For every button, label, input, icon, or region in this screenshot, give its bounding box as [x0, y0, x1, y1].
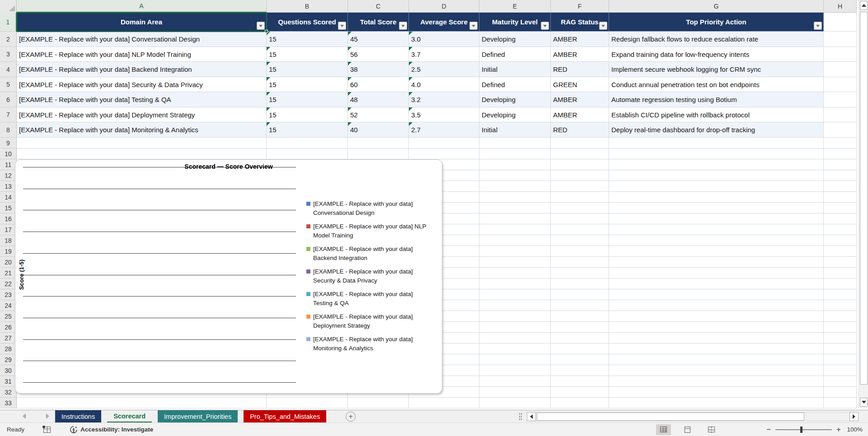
filter-dropdown-button[interactable]: [814, 22, 822, 30]
cell-A33[interactable]: [17, 398, 267, 408]
scroll-left-button[interactable]: [527, 412, 536, 421]
cell-H27[interactable]: [824, 333, 857, 343]
column-header-D[interactable]: D: [409, 0, 479, 13]
macro-record-icon[interactable]: [43, 427, 51, 433]
cell-F21[interactable]: [551, 268, 609, 278]
tab-scroll-left-button[interactable]: [21, 413, 27, 422]
cell-F9[interactable]: [551, 138, 609, 148]
row-header-13[interactable]: 13: [0, 181, 17, 192]
cell-F27[interactable]: [551, 333, 609, 343]
cell-D4[interactable]: 2.5: [409, 62, 479, 77]
row-header-6[interactable]: 6: [0, 92, 17, 107]
cell-H24[interactable]: [824, 300, 857, 311]
cell-H29[interactable]: [824, 354, 857, 365]
cell-D9[interactable]: [409, 138, 479, 148]
cell-F14[interactable]: [551, 192, 609, 203]
cell-E2[interactable]: Developing: [479, 32, 551, 47]
cell-A8[interactable]: [EXAMPLE - Replace with your data] Monit…: [17, 122, 267, 138]
cell-H31[interactable]: [824, 376, 857, 387]
new-sheet-button[interactable]: +: [346, 412, 356, 422]
cell-G29[interactable]: [609, 354, 824, 365]
cell-E17[interactable]: [479, 224, 551, 235]
cell-H22[interactable]: [824, 278, 857, 289]
cell-H30[interactable]: [824, 365, 857, 376]
zoom-slider-handle[interactable]: [800, 427, 802, 433]
cell-B7[interactable]: 15: [267, 107, 348, 122]
cell-B2[interactable]: 15: [267, 32, 348, 47]
cell-E13[interactable]: [479, 181, 551, 192]
cell-H17[interactable]: [824, 224, 857, 235]
cell-C33[interactable]: [348, 398, 409, 408]
cell-B6[interactable]: 15: [267, 92, 348, 107]
cell-D7[interactable]: 3.5: [409, 107, 479, 122]
cell-E3[interactable]: Defined: [479, 47, 551, 62]
cell-E32[interactable]: [479, 387, 551, 398]
header-cell-F1[interactable]: RAG Status: [551, 13, 609, 32]
cell-C9[interactable]: [348, 138, 409, 148]
cell-F16[interactable]: [551, 213, 609, 224]
cell-A6[interactable]: [EXAMPLE - Replace with your data] Testi…: [17, 92, 267, 107]
cell-B4[interactable]: 15: [267, 62, 348, 77]
cell-G31[interactable]: [609, 376, 824, 387]
header-cell-B1[interactable]: Questions Scored: [267, 13, 348, 32]
cell-F5[interactable]: GREEN: [551, 77, 609, 92]
cell-F25[interactable]: [551, 311, 609, 322]
cell-H28[interactable]: [824, 343, 857, 354]
cell-G30[interactable]: [609, 365, 824, 376]
cell-E16[interactable]: [479, 213, 551, 224]
cell-F3[interactable]: AMBER: [551, 47, 609, 62]
row-header-25[interactable]: 25: [0, 311, 17, 322]
cell-E20[interactable]: [479, 257, 551, 268]
row-header-14[interactable]: 14: [0, 192, 17, 203]
row-header-10[interactable]: 10: [0, 148, 17, 159]
cell-H19[interactable]: [824, 246, 857, 257]
cell-A2[interactable]: [EXAMPLE - Replace with your data] Conve…: [17, 32, 267, 47]
cell-E4[interactable]: Initial: [479, 62, 551, 77]
cell-A9[interactable]: [17, 138, 267, 148]
header-cell-C1[interactable]: Total Score: [348, 13, 409, 32]
scroll-down-button[interactable]: [860, 398, 868, 407]
cell-H12[interactable]: [824, 170, 857, 181]
cell-G28[interactable]: [609, 343, 824, 354]
row-header-26[interactable]: 26: [0, 322, 17, 333]
row-header-11[interactable]: 11: [0, 159, 17, 170]
cell-H8[interactable]: [824, 122, 857, 138]
cell-E27[interactable]: [479, 333, 551, 343]
cell-G22[interactable]: [609, 278, 824, 289]
cell-F18[interactable]: [551, 235, 609, 246]
cell-G17[interactable]: [609, 224, 824, 235]
cell-C7[interactable]: 52: [348, 107, 409, 122]
sheet-tab-pro_tips_and_mistakes[interactable]: Pro_Tips_and_Mistakes: [244, 410, 326, 423]
cell-F10[interactable]: [551, 148, 609, 159]
cell-C8[interactable]: 40: [348, 122, 409, 138]
cell-A10[interactable]: [17, 148, 267, 159]
cell-H23[interactable]: [824, 289, 857, 300]
cell-D2[interactable]: 3.0: [409, 32, 479, 47]
filter-dropdown-button[interactable]: [257, 22, 265, 30]
cell-G6[interactable]: Automate regression testing using Botium: [609, 92, 824, 107]
cell-E21[interactable]: [479, 268, 551, 278]
filter-dropdown-button[interactable]: [399, 22, 407, 30]
filter-dropdown-button[interactable]: [469, 22, 478, 30]
row-header-8[interactable]: 8: [0, 122, 17, 138]
cell-A7[interactable]: [EXAMPLE - Replace with your data] Deplo…: [17, 107, 267, 122]
cell-F29[interactable]: [551, 354, 609, 365]
cell-F4[interactable]: RED: [551, 62, 609, 77]
cell-H32[interactable]: [824, 387, 857, 398]
row-header-7[interactable]: 7: [0, 107, 17, 122]
sheet-tab-instructions[interactable]: Instructions: [55, 410, 101, 423]
embedded-chart[interactable]: Scorecard — Score Overview Score (1-5) […: [15, 159, 442, 394]
cell-F22[interactable]: [551, 278, 609, 289]
cell-G4[interactable]: Implement secure webhook logging for CRM…: [609, 62, 824, 77]
cell-H21[interactable]: [824, 268, 857, 278]
cell-H14[interactable]: [824, 192, 857, 203]
cell-G12[interactable]: [609, 170, 824, 181]
row-header-5[interactable]: 5: [0, 77, 17, 92]
cell-H25[interactable]: [824, 311, 857, 322]
scroll-up-button[interactable]: [860, 1, 868, 10]
cell-B33[interactable]: [267, 398, 348, 408]
cell-H7[interactable]: [824, 107, 857, 122]
cell-H3[interactable]: [824, 47, 857, 62]
page-layout-view-button[interactable]: [680, 424, 695, 435]
column-header-H[interactable]: H: [824, 0, 857, 13]
